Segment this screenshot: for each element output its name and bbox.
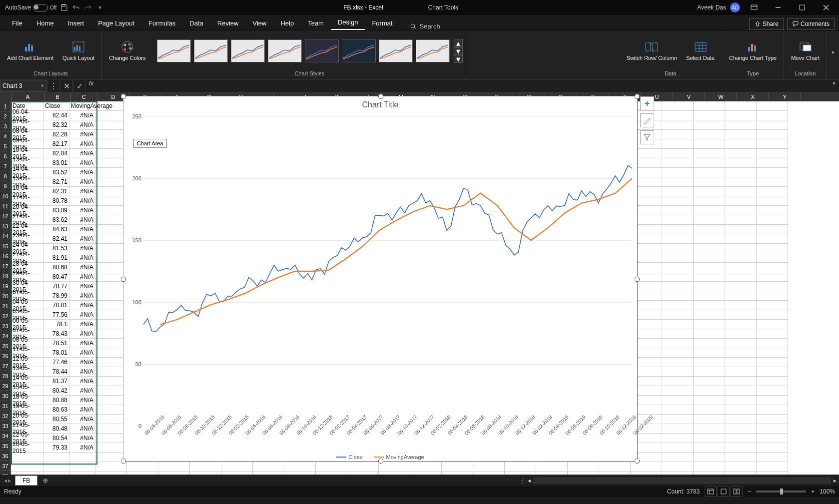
cell[interactable] bbox=[725, 291, 757, 301]
cell[interactable] bbox=[95, 291, 127, 301]
cell[interactable] bbox=[725, 111, 757, 120]
cell[interactable]: 80.42 bbox=[43, 386, 69, 396]
tab-page-layout[interactable]: Page Layout bbox=[91, 16, 141, 30]
cell[interactable] bbox=[694, 320, 725, 329]
cell[interactable] bbox=[95, 149, 127, 158]
series-movingaverage[interactable] bbox=[160, 178, 632, 325]
cell[interactable] bbox=[757, 415, 788, 424]
zoom-in-icon[interactable]: + bbox=[811, 488, 815, 495]
cell[interactable] bbox=[725, 462, 757, 472]
row-header[interactable]: 2 bbox=[0, 111, 11, 121]
cell[interactable]: 79.33 bbox=[43, 443, 69, 453]
enter-formula-icon[interactable]: ✓ bbox=[73, 80, 86, 92]
cell[interactable] bbox=[757, 443, 788, 453]
chart-style-thumb[interactable] bbox=[194, 39, 228, 62]
cell[interactable] bbox=[694, 396, 725, 405]
cell[interactable] bbox=[725, 187, 757, 196]
tab-view[interactable]: View bbox=[245, 16, 273, 30]
cell[interactable] bbox=[662, 443, 694, 453]
add-sheet-button[interactable]: ⊕ bbox=[40, 476, 50, 486]
cell[interactable] bbox=[694, 329, 725, 339]
cell[interactable] bbox=[662, 272, 694, 282]
cell[interactable] bbox=[757, 301, 788, 310]
cell[interactable] bbox=[316, 462, 347, 472]
cell[interactable] bbox=[95, 234, 127, 244]
view-normal-icon[interactable] bbox=[705, 487, 717, 497]
cell[interactable] bbox=[694, 282, 725, 291]
tab-insert[interactable]: Insert bbox=[61, 16, 91, 30]
cell[interactable]: 80.78 bbox=[43, 196, 69, 206]
cell[interactable] bbox=[599, 462, 631, 472]
formula-input[interactable] bbox=[96, 80, 829, 92]
cell[interactable] bbox=[725, 130, 757, 139]
cell[interactable] bbox=[725, 358, 757, 367]
cell[interactable]: #N/A bbox=[69, 424, 95, 434]
cell[interactable] bbox=[190, 462, 221, 472]
cell[interactable] bbox=[662, 187, 694, 196]
cell[interactable]: 82.28 bbox=[43, 130, 69, 139]
cell[interactable] bbox=[757, 310, 788, 320]
tab-file[interactable]: File bbox=[5, 16, 29, 30]
cell[interactable] bbox=[43, 453, 69, 462]
view-page-layout-icon[interactable] bbox=[718, 487, 730, 497]
cell[interactable] bbox=[725, 377, 757, 386]
cell[interactable] bbox=[694, 291, 725, 301]
cell[interactable]: 80.54 bbox=[43, 434, 69, 443]
cell[interactable] bbox=[757, 291, 788, 301]
cell[interactable] bbox=[725, 339, 757, 348]
cell[interactable] bbox=[725, 263, 757, 272]
cell[interactable]: #N/A bbox=[69, 234, 95, 244]
tab-team[interactable]: Team bbox=[301, 16, 331, 30]
cell[interactable]: 82.44 bbox=[43, 111, 69, 120]
maximize-icon[interactable] bbox=[792, 0, 812, 15]
cell[interactable]: #N/A bbox=[69, 348, 95, 358]
cell[interactable] bbox=[95, 377, 127, 386]
cell[interactable]: 78.44 bbox=[43, 367, 69, 377]
cell[interactable] bbox=[95, 415, 127, 424]
quick-layout-button[interactable]: Quick Layout bbox=[59, 39, 97, 62]
cell[interactable] bbox=[757, 453, 788, 462]
tab-home[interactable]: Home bbox=[29, 16, 61, 30]
expand-formula-bar-icon[interactable]: ˅ bbox=[829, 81, 839, 91]
cell[interactable] bbox=[757, 424, 788, 434]
cell[interactable] bbox=[757, 462, 788, 472]
cell[interactable] bbox=[662, 320, 694, 329]
cell[interactable]: #N/A bbox=[69, 187, 95, 196]
row-header[interactable]: 18 bbox=[0, 271, 11, 281]
cell[interactable] bbox=[662, 215, 694, 225]
name-box[interactable]: Chart 3 ▼ bbox=[0, 80, 47, 92]
cell[interactable]: 78.81 bbox=[43, 301, 69, 310]
cell[interactable] bbox=[662, 339, 694, 348]
cell[interactable] bbox=[694, 301, 725, 310]
row-header[interactable]: 17 bbox=[0, 261, 11, 271]
cell[interactable] bbox=[757, 225, 788, 234]
cell[interactable] bbox=[757, 149, 788, 158]
cell[interactable] bbox=[662, 168, 694, 177]
cell[interactable] bbox=[694, 187, 725, 196]
cell[interactable] bbox=[757, 386, 788, 396]
cell[interactable] bbox=[725, 244, 757, 253]
cell[interactable] bbox=[11, 462, 43, 472]
cell[interactable] bbox=[757, 168, 788, 177]
cell[interactable] bbox=[725, 177, 757, 187]
close-icon[interactable] bbox=[816, 0, 836, 15]
cell[interactable]: #N/A bbox=[69, 177, 95, 187]
cell[interactable] bbox=[725, 139, 757, 149]
cell[interactable] bbox=[662, 263, 694, 272]
cell[interactable] bbox=[95, 263, 127, 272]
zoom-level[interactable]: 100% bbox=[820, 488, 835, 495]
cell[interactable] bbox=[694, 386, 725, 396]
cell[interactable] bbox=[662, 225, 694, 234]
cell[interactable] bbox=[95, 196, 127, 206]
chart-styles-button[interactable] bbox=[640, 113, 654, 127]
row-header[interactable]: 29 bbox=[0, 381, 11, 391]
cell[interactable] bbox=[694, 168, 725, 177]
cell[interactable] bbox=[662, 396, 694, 405]
cell[interactable] bbox=[757, 405, 788, 415]
column-header[interactable]: A bbox=[11, 92, 44, 102]
cell[interactable] bbox=[662, 348, 694, 358]
cell[interactable] bbox=[694, 244, 725, 253]
cell[interactable] bbox=[662, 158, 694, 168]
cell[interactable]: 77.46 bbox=[43, 358, 69, 367]
cell[interactable] bbox=[158, 462, 190, 472]
